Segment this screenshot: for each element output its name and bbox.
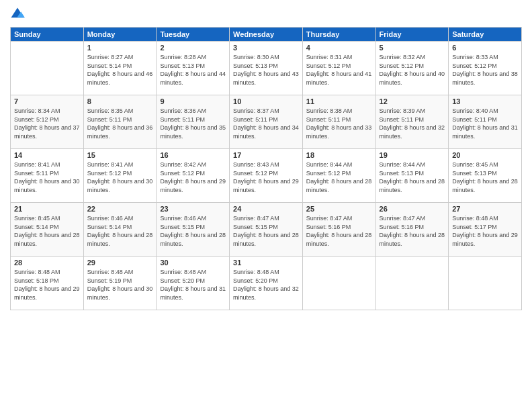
day-info: Sunrise: 8:37 AMSunset: 5:11 PMDaylight:… xyxy=(233,107,299,140)
calendar-cell: 14Sunrise: 8:41 AMSunset: 5:11 PMDayligh… xyxy=(11,149,84,203)
day-number: 31 xyxy=(233,259,299,267)
calendar-cell: 31Sunrise: 8:48 AMSunset: 5:20 PMDayligh… xyxy=(230,257,303,310)
day-number: 10 xyxy=(233,97,299,105)
weekday-header: Tuesday xyxy=(157,28,230,42)
calendar-cell: 27Sunrise: 8:48 AMSunset: 5:17 PMDayligh… xyxy=(449,203,522,257)
calendar-week-row: 14Sunrise: 8:41 AMSunset: 5:11 PMDayligh… xyxy=(11,149,522,203)
calendar-cell: 21Sunrise: 8:45 AMSunset: 5:14 PMDayligh… xyxy=(11,203,84,257)
day-info: Sunrise: 8:30 AMSunset: 5:13 PMDaylight:… xyxy=(233,53,299,87)
calendar-week-row: 7Sunrise: 8:34 AMSunset: 5:12 PMDaylight… xyxy=(11,95,522,149)
day-info: Sunrise: 8:34 AMSunset: 5:12 PMDaylight:… xyxy=(14,107,80,140)
day-number: 15 xyxy=(87,151,153,159)
day-info: Sunrise: 8:43 AMSunset: 5:12 PMDaylight:… xyxy=(233,161,299,194)
calendar-cell: 25Sunrise: 8:47 AMSunset: 5:16 PMDayligh… xyxy=(302,203,375,257)
calendar-cell: 18Sunrise: 8:44 AMSunset: 5:12 PMDayligh… xyxy=(302,149,375,203)
day-number: 5 xyxy=(380,44,445,52)
day-number: 22 xyxy=(87,205,153,213)
calendar-week-row: 1Sunrise: 8:27 AMSunset: 5:14 PMDaylight… xyxy=(11,42,522,95)
day-number: 1 xyxy=(87,44,153,52)
day-info: Sunrise: 8:48 AMSunset: 5:20 PMDaylight:… xyxy=(160,268,226,302)
day-number: 20 xyxy=(452,151,518,159)
day-number: 3 xyxy=(233,44,299,52)
day-number: 26 xyxy=(380,205,445,213)
day-number: 27 xyxy=(452,205,518,213)
weekday-header: Thursday xyxy=(302,28,375,42)
calendar-cell xyxy=(11,42,84,95)
day-info: Sunrise: 8:33 AMSunset: 5:12 PMDaylight:… xyxy=(452,53,518,87)
day-number: 14 xyxy=(14,151,80,159)
day-info: Sunrise: 8:48 AMSunset: 5:20 PMDaylight:… xyxy=(233,268,299,302)
calendar-body: 1Sunrise: 8:27 AMSunset: 5:14 PMDaylight… xyxy=(11,42,522,310)
day-number: 12 xyxy=(380,97,445,105)
day-info: Sunrise: 8:46 AMSunset: 5:15 PMDaylight:… xyxy=(160,214,226,248)
day-info: Sunrise: 8:35 AMSunset: 5:11 PMDaylight:… xyxy=(87,107,153,140)
calendar-header-row: SundayMondayTuesdayWednesdayThursdayFrid… xyxy=(11,28,522,42)
day-number: 30 xyxy=(160,259,226,267)
day-info: Sunrise: 8:48 AMSunset: 5:19 PMDaylight:… xyxy=(87,268,153,302)
day-info: Sunrise: 8:44 AMSunset: 5:13 PMDaylight:… xyxy=(380,161,445,194)
calendar-cell: 16Sunrise: 8:42 AMSunset: 5:12 PMDayligh… xyxy=(157,149,230,203)
day-info: Sunrise: 8:27 AMSunset: 5:14 PMDaylight:… xyxy=(87,53,153,87)
calendar-cell: 2Sunrise: 8:28 AMSunset: 5:13 PMDaylight… xyxy=(157,42,230,95)
day-number: 21 xyxy=(14,205,80,213)
day-number: 29 xyxy=(87,259,153,267)
day-info: Sunrise: 8:41 AMSunset: 5:11 PMDaylight:… xyxy=(14,161,80,194)
day-info: Sunrise: 8:36 AMSunset: 5:11 PMDaylight:… xyxy=(160,107,226,140)
day-number: 17 xyxy=(233,151,299,159)
day-number: 18 xyxy=(306,151,372,159)
calendar-cell: 29Sunrise: 8:48 AMSunset: 5:19 PMDayligh… xyxy=(83,257,157,310)
day-info: Sunrise: 8:47 AMSunset: 5:15 PMDaylight:… xyxy=(233,214,299,248)
calendar-week-row: 21Sunrise: 8:45 AMSunset: 5:14 PMDayligh… xyxy=(11,203,522,257)
calendar-cell: 28Sunrise: 8:48 AMSunset: 5:18 PMDayligh… xyxy=(11,257,84,310)
calendar-cell: 19Sunrise: 8:44 AMSunset: 5:13 PMDayligh… xyxy=(375,149,449,203)
day-info: Sunrise: 8:47 AMSunset: 5:16 PMDaylight:… xyxy=(380,214,445,248)
weekday-header: Friday xyxy=(375,28,449,42)
calendar-cell: 1Sunrise: 8:27 AMSunset: 5:14 PMDaylight… xyxy=(83,42,157,95)
calendar-cell: 23Sunrise: 8:46 AMSunset: 5:15 PMDayligh… xyxy=(157,203,230,257)
calendar-cell: 8Sunrise: 8:35 AMSunset: 5:11 PMDaylight… xyxy=(83,95,157,149)
logo xyxy=(10,7,28,21)
weekday-header: Sunday xyxy=(11,28,84,42)
calendar-cell: 7Sunrise: 8:34 AMSunset: 5:12 PMDaylight… xyxy=(11,95,84,149)
day-info: Sunrise: 8:48 AMSunset: 5:18 PMDaylight:… xyxy=(14,268,80,302)
calendar-cell xyxy=(375,257,449,310)
calendar-cell: 17Sunrise: 8:43 AMSunset: 5:12 PMDayligh… xyxy=(230,149,303,203)
day-info: Sunrise: 8:44 AMSunset: 5:12 PMDaylight:… xyxy=(306,161,372,194)
day-number: 6 xyxy=(452,44,518,52)
day-number: 2 xyxy=(160,44,226,52)
calendar-cell: 22Sunrise: 8:46 AMSunset: 5:14 PMDayligh… xyxy=(83,203,157,257)
calendar-cell: 13Sunrise: 8:40 AMSunset: 5:11 PMDayligh… xyxy=(449,95,522,149)
weekday-header: Monday xyxy=(83,28,157,42)
day-info: Sunrise: 8:38 AMSunset: 5:11 PMDaylight:… xyxy=(306,107,372,140)
day-number: 16 xyxy=(160,151,226,159)
calendar-cell: 3Sunrise: 8:30 AMSunset: 5:13 PMDaylight… xyxy=(230,42,303,95)
calendar-week-row: 28Sunrise: 8:48 AMSunset: 5:18 PMDayligh… xyxy=(11,257,522,310)
day-number: 7 xyxy=(14,97,80,105)
calendar-cell: 12Sunrise: 8:39 AMSunset: 5:11 PMDayligh… xyxy=(375,95,449,149)
calendar-cell: 15Sunrise: 8:41 AMSunset: 5:12 PMDayligh… xyxy=(83,149,157,203)
day-number: 25 xyxy=(306,205,372,213)
day-info: Sunrise: 8:45 AMSunset: 5:13 PMDaylight:… xyxy=(452,161,518,194)
calendar-cell: 11Sunrise: 8:38 AMSunset: 5:11 PMDayligh… xyxy=(302,95,375,149)
day-info: Sunrise: 8:48 AMSunset: 5:17 PMDaylight:… xyxy=(452,214,518,248)
header xyxy=(10,7,522,21)
day-number: 23 xyxy=(160,205,226,213)
calendar-cell: 4Sunrise: 8:31 AMSunset: 5:12 PMDaylight… xyxy=(302,42,375,95)
day-info: Sunrise: 8:28 AMSunset: 5:13 PMDaylight:… xyxy=(160,53,226,87)
calendar-cell xyxy=(449,257,522,310)
weekday-header: Saturday xyxy=(449,28,522,42)
day-info: Sunrise: 8:42 AMSunset: 5:12 PMDaylight:… xyxy=(160,161,226,194)
day-info: Sunrise: 8:41 AMSunset: 5:12 PMDaylight:… xyxy=(87,161,153,194)
calendar-cell: 30Sunrise: 8:48 AMSunset: 5:20 PMDayligh… xyxy=(157,257,230,310)
day-number: 13 xyxy=(452,97,518,105)
calendar-cell: 6Sunrise: 8:33 AMSunset: 5:12 PMDaylight… xyxy=(449,42,522,95)
day-number: 19 xyxy=(380,151,445,159)
day-info: Sunrise: 8:47 AMSunset: 5:16 PMDaylight:… xyxy=(306,214,372,248)
weekday-header: Wednesday xyxy=(230,28,303,42)
calendar-cell: 9Sunrise: 8:36 AMSunset: 5:11 PMDaylight… xyxy=(157,95,230,149)
day-info: Sunrise: 8:31 AMSunset: 5:12 PMDaylight:… xyxy=(306,53,372,87)
day-number: 11 xyxy=(306,97,372,105)
calendar-cell xyxy=(302,257,375,310)
calendar-cell: 24Sunrise: 8:47 AMSunset: 5:15 PMDayligh… xyxy=(230,203,303,257)
calendar-cell: 26Sunrise: 8:47 AMSunset: 5:16 PMDayligh… xyxy=(375,203,449,257)
